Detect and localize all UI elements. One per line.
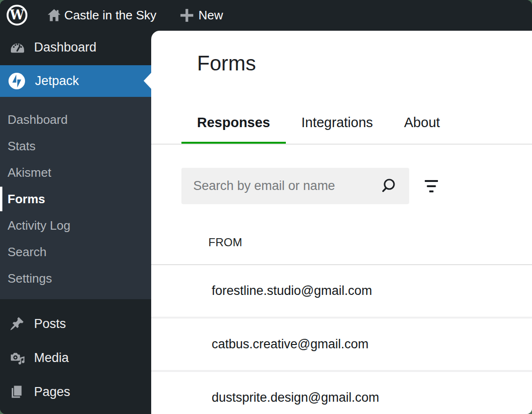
- tabs-divider: [151, 144, 532, 145]
- sidebar-bottom-group: Posts Media: [0, 299, 151, 409]
- submenu-item-activity-log[interactable]: Activity Log: [0, 212, 151, 239]
- site-name-link[interactable]: Castle in the Sky: [64, 0, 156, 31]
- home-icon: [46, 8, 62, 23]
- wordpress-logo-letter: W: [10, 9, 24, 21]
- filter-line: [427, 185, 436, 187]
- tab-about[interactable]: About: [388, 116, 455, 144]
- admin-bar: W Castle in the Sky New: [0, 0, 532, 31]
- jetpack-submenu: Dashboard Stats Akismet Forms Activity L…: [0, 97, 151, 299]
- sidebar-item-media[interactable]: Media: [0, 341, 151, 375]
- forms-tabs: Responses Integrations About: [181, 116, 455, 144]
- admin-sidebar: Dashboard Jetpack Dashboard Stats Akisme…: [0, 31, 151, 414]
- submenu-item-stats[interactable]: Stats: [0, 133, 151, 159]
- wordpress-admin-window: W Castle in the Sky New Dashboard: [0, 0, 532, 414]
- sidebar-item-label: Pages: [34, 385, 70, 399]
- active-menu-arrow: [144, 73, 151, 89]
- submenu-item-settings[interactable]: Settings: [0, 265, 151, 292]
- table-row[interactable]: forestline.studio@gmail.com: [151, 265, 532, 317]
- search-box: [181, 168, 409, 204]
- filter-icon[interactable]: [424, 180, 438, 194]
- table-row[interactable]: dustsprite.design@gmail.com: [151, 372, 532, 414]
- filter-line: [425, 180, 438, 182]
- pushpin-icon: [9, 316, 25, 331]
- submenu-item-search[interactable]: Search: [0, 239, 151, 265]
- sidebar-item-dashboard[interactable]: Dashboard: [0, 34, 151, 61]
- plus-icon: [180, 8, 194, 23]
- responses-table: forestline.studio@gmail.com catbus.creat…: [151, 265, 532, 414]
- tab-responses[interactable]: Responses: [181, 116, 286, 144]
- wordpress-logo-icon[interactable]: W: [7, 5, 27, 26]
- new-button[interactable]: New: [198, 0, 223, 31]
- sidebar-item-jetpack[interactable]: Jetpack: [0, 65, 151, 97]
- column-header-from: FROM: [208, 236, 242, 249]
- pages-icon: [9, 384, 25, 399]
- sidebar-item-label: Posts: [34, 317, 66, 331]
- tab-integrations[interactable]: Integrations: [286, 116, 389, 144]
- sidebar-item-label: Dashboard: [34, 40, 96, 55]
- page-title: Forms: [197, 53, 256, 74]
- submenu-item-dashboard[interactable]: Dashboard: [0, 106, 151, 133]
- filter-line: [429, 190, 434, 192]
- search-icon[interactable]: [381, 177, 399, 195]
- submenu-item-forms[interactable]: Forms: [0, 186, 151, 212]
- sidebar-item-posts[interactable]: Posts: [0, 307, 151, 341]
- search-input[interactable]: [181, 168, 409, 204]
- forms-content-panel: Forms Responses Integrations About FROM …: [151, 31, 532, 414]
- gauge-icon: [9, 39, 26, 55]
- submenu-item-akismet[interactable]: Akismet: [0, 159, 151, 186]
- sidebar-item-pages[interactable]: Pages: [0, 375, 151, 409]
- sidebar-item-label: Jetpack: [35, 74, 79, 88]
- camera-note-icon: [9, 350, 25, 366]
- sidebar-item-label: Media: [34, 351, 69, 365]
- jetpack-icon: [9, 73, 25, 89]
- table-row[interactable]: catbus.creative@gmail.com: [151, 319, 532, 370]
